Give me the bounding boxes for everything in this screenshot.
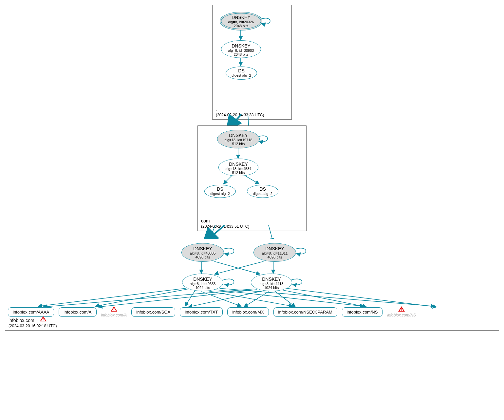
rr-aaaa: infoblox.com/AAAA (8, 307, 54, 317)
zone-root-label: . (2024-03-20 14:33:38 UTC) (216, 107, 264, 117)
rr-mx: infoblox.com/MX (227, 307, 269, 317)
rr-ns: infoblox.com/NS (342, 307, 383, 317)
zone-infoblox: DNSKEY alg=8, id=40885 4096 bits DNSKEY … (5, 239, 499, 331)
inf-ksk-2: DNSKEY alg=8, id=11011 4096 bits (253, 243, 296, 262)
zone-root: DNSKEY alg=8, id=20326 2048 bits DNSKEY … (212, 5, 292, 120)
root-ds-node: DS digest alg=2 (226, 67, 257, 80)
root-zsk-node: DNSKEY alg=8, id=30903 2048 bits (221, 40, 261, 58)
inf-zsk-2: DNSKEY alg=8, id=4413 1024 bits (251, 274, 292, 291)
rr-soa: infoblox.com/SOA (131, 307, 175, 317)
zone-com-label: com (2024-03-20 14:33:51 UTC) (201, 218, 249, 229)
rr-txt: infoblox.com/TXT (180, 307, 223, 317)
com-ds-1: DS digest alg=2 (204, 185, 236, 198)
warn-a-icon: infoblox.com/A (101, 306, 127, 317)
root-ksk-node: DNSKEY alg=8, id=20326 2048 bits (220, 12, 262, 30)
inf-ksk-1: DNSKEY alg=8, id=40885 4096 bits (181, 243, 224, 262)
rr-nsec3: infoblox.com/NSEC3PARAM (273, 307, 337, 317)
warn-ns-icon: infoblox.com/NS (387, 306, 416, 317)
com-zsk-node: DNSKEY alg=13, id=4534 512 bits (218, 159, 258, 176)
rr-a: infoblox.com/A (59, 307, 96, 317)
zone-com: DNSKEY alg=13, id=19718 512 bits DNSKEY … (197, 125, 307, 231)
warn-zone-icon (40, 316, 47, 321)
com-ds-2: DS digest alg=2 (247, 185, 278, 198)
com-ksk-node: DNSKEY alg=13, id=19718 512 bits (217, 130, 260, 148)
zone-inf-label: infoblox.com (2024-03-20 16:02:18 UTC) (9, 316, 57, 328)
inf-zsk-1: DNSKEY alg=8, id=49653 1024 bits (182, 274, 223, 291)
